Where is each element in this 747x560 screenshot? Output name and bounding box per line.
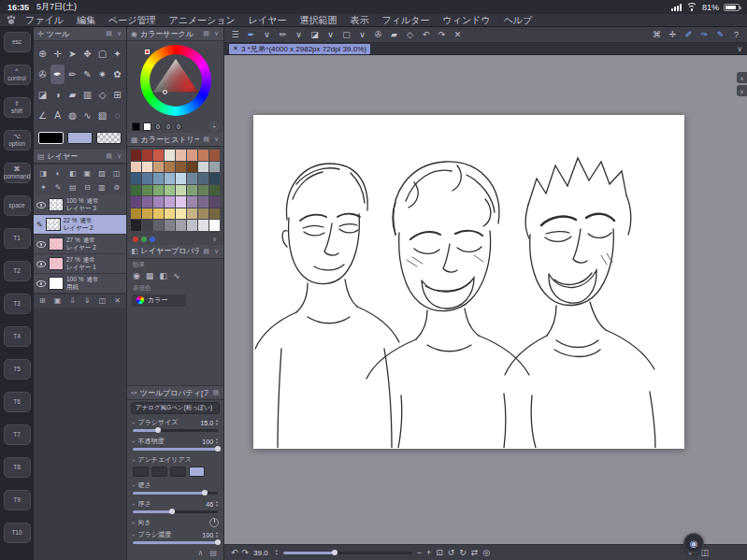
panel-menu-icon[interactable]: ▤ — [202, 136, 210, 143]
bottom-redo-icon[interactable]: ↷ — [242, 548, 250, 557]
ruler-tool-icon[interactable]: ∠ — [36, 106, 50, 125]
close-tab-icon[interactable]: ✕ — [233, 45, 238, 52]
expand-toggle[interactable]: + — [132, 438, 136, 444]
edge-key[interactable]: T8 — [4, 457, 31, 478]
bottom-undo-icon[interactable]: ↶ — [231, 548, 238, 557]
history-swatch[interactable] — [187, 208, 197, 220]
history-swatch[interactable] — [165, 208, 175, 220]
thickness-slider[interactable] — [133, 510, 218, 513]
history-swatch[interactable] — [131, 162, 141, 173]
menu-item[interactable]: 表示 — [344, 15, 376, 25]
redo-button[interactable]: ↷ — [435, 28, 449, 41]
panel-collapse-icon[interactable]: ∨ — [116, 152, 122, 160]
gradient-tool-icon[interactable]: ▥ — [80, 85, 94, 105]
history-swatch[interactable] — [209, 208, 220, 220]
rotate-right-icon[interactable]: ↻ — [459, 548, 467, 557]
menu-item[interactable]: ヘルプ — [497, 15, 539, 25]
decoration-tool-icon[interactable]: ✿ — [110, 65, 124, 84]
layer-move-tool-icon[interactable]: ✥ — [80, 44, 94, 64]
history-swatch[interactable] — [209, 185, 220, 196]
direction-dial[interactable] — [209, 518, 219, 527]
history-swatch[interactable] — [165, 220, 175, 231]
history-swatch[interactable] — [142, 173, 152, 184]
history-swatch[interactable] — [142, 196, 152, 208]
brush-density-slider[interactable] — [133, 541, 218, 544]
aa-weak-button[interactable] — [151, 467, 167, 477]
edge-key[interactable]: T7 — [4, 424, 31, 445]
move-tool-icon[interactable]: ✛ — [50, 44, 65, 64]
pencil-tool-button[interactable]: ✏ — [276, 28, 290, 41]
balloon-tool-icon[interactable]: ◍ — [65, 106, 79, 125]
history-swatch[interactable] — [187, 220, 197, 231]
merge-down-icon[interactable]: ⇓ — [84, 296, 91, 305]
eyedropper-tool-button[interactable]: ✇ — [371, 28, 385, 41]
edge-key[interactable]: T4 — [4, 326, 31, 347]
main-color-chip[interactable] — [38, 132, 64, 144]
panel-menu-icon[interactable]: ▤ — [105, 30, 113, 37]
history-swatch[interactable] — [176, 185, 186, 196]
sub-color-chip[interactable] — [67, 132, 93, 144]
figure-tool-button[interactable]: ◇ — [403, 28, 417, 41]
history-swatch[interactable] — [153, 150, 164, 161]
zoom-tool-icon[interactable]: ⊕ — [36, 44, 50, 64]
layer-visibility-icon[interactable] — [36, 261, 46, 267]
help-icon[interactable]: ? — [729, 28, 743, 41]
clear-button[interactable]: ✕ — [451, 28, 465, 41]
history-dot[interactable] — [141, 237, 147, 242]
gesture-toggle-icon[interactable]: ✛ — [666, 28, 680, 41]
history-options-icon[interactable]: ∨ — [211, 236, 218, 243]
layer-mask-icon[interactable]: ◫ — [109, 166, 123, 179]
reset-rotation-icon[interactable]: ◎ — [482, 548, 490, 557]
selection-tool-button[interactable]: ▢ — [339, 28, 353, 41]
layer-search-icon[interactable]: ⊚ — [109, 180, 123, 194]
lighttable-tool-icon[interactable]: ▧ — [95, 106, 109, 125]
edge-key[interactable]: T3 — [4, 294, 31, 314]
history-swatch[interactable] — [165, 185, 175, 196]
border-effect-icon[interactable]: ◉ — [133, 271, 140, 280]
figure-tool-icon[interactable]: ◇ — [95, 85, 109, 105]
zoom-stepper-icon[interactable]: ▲▼ — [275, 549, 279, 555]
new-layer-icon[interactable]: ⊞ — [39, 296, 46, 305]
edge-key[interactable]: ⇧ shift — [4, 97, 31, 118]
panel-collapse-icon[interactable]: ∨ — [213, 248, 220, 255]
fill-tool-button[interactable]: ▰ — [387, 28, 401, 41]
history-swatch[interactable] — [176, 196, 186, 208]
layer-row[interactable]: 27 %通常 レイヤー 1 — [34, 254, 126, 274]
add-color-icon[interactable]: + — [209, 122, 219, 131]
modifier-key-icon[interactable]: ⌘ — [650, 28, 664, 41]
stepper-icon[interactable]: ▲▼ — [215, 438, 219, 444]
layer-visibility-icon[interactable] — [36, 280, 46, 287]
text-tool-icon[interactable]: A — [50, 106, 65, 125]
edge-key[interactable]: T6 — [4, 392, 31, 412]
edge-key[interactable]: T9 — [4, 490, 31, 510]
split-view-icon[interactable]: ⊟ — [80, 180, 94, 194]
history-swatch[interactable] — [209, 220, 220, 231]
auto-select-tool-icon[interactable]: ✦ — [110, 44, 124, 64]
history-swatch[interactable] — [165, 196, 175, 208]
expand-toggle[interactable]: + — [132, 457, 136, 463]
stepper-icon[interactable]: ▲▼ — [215, 500, 219, 507]
line-correct-tool-icon[interactable]: ∿ — [80, 106, 94, 125]
opacity-icon[interactable]: ◐ — [51, 166, 65, 179]
history-swatch[interactable] — [153, 162, 164, 173]
history-swatch[interactable] — [153, 208, 164, 220]
canvas-tab[interactable]: ✕ 3 *兄弟^(4000 x 2982px 72dpi 39.0%) — [229, 44, 370, 54]
clip-to-layer-icon[interactable]: ◧ — [65, 166, 79, 179]
history-swatch[interactable] — [131, 220, 141, 231]
lock-layer-icon[interactable]: ▣ — [80, 166, 94, 179]
collapse-panels-icon[interactable]: ∧ — [737, 72, 747, 83]
panel-menu-icon[interactable]: ▤ — [202, 248, 210, 255]
tone-effect-icon[interactable]: ▦ — [146, 271, 154, 280]
mask-icon[interactable]: ◫ — [99, 296, 107, 305]
delete-layer-icon[interactable]: ✕ — [114, 296, 121, 305]
history-swatch[interactable] — [153, 185, 164, 196]
history-swatch[interactable] — [198, 162, 208, 173]
history-swatch[interactable] — [131, 208, 141, 220]
blend-tool-icon[interactable]: ◑ — [50, 85, 65, 105]
history-swatch[interactable] — [176, 150, 186, 161]
panel-collapse-icon[interactable]: ∨ — [213, 136, 220, 143]
selection-tool-icon[interactable]: ▢ — [95, 44, 109, 64]
brush-density-value[interactable]: 100 — [202, 532, 213, 538]
history-swatch[interactable] — [142, 162, 152, 173]
aa-none-button[interactable] — [133, 467, 149, 477]
